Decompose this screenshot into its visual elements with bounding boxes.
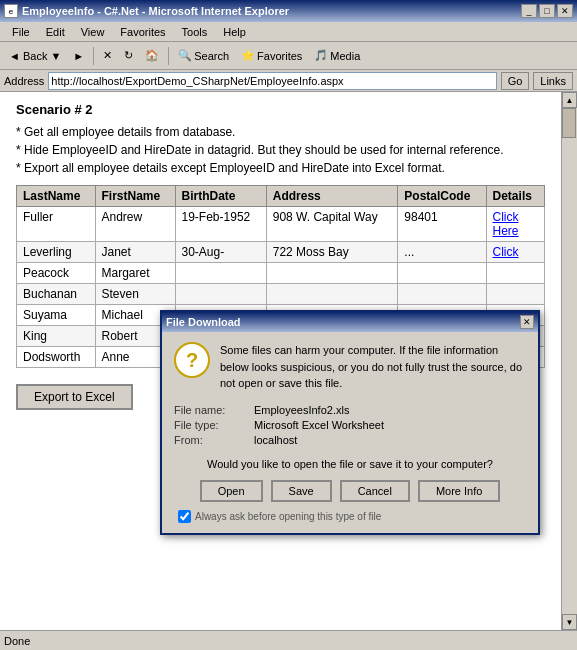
stop-button[interactable]: ✕ <box>98 45 117 67</box>
menu-file[interactable]: File <box>4 24 38 40</box>
title-bar: e EmployeeInfo - C#.Net - Microsoft Inte… <box>0 0 577 22</box>
cancel-button[interactable]: Cancel <box>340 480 410 502</box>
cell-postalcode: ... <box>398 242 486 263</box>
details-link-1[interactable]: ClickHere <box>493 210 519 238</box>
menu-favorites[interactable]: Favorites <box>112 24 173 40</box>
export-to-excel-button[interactable]: Export to Excel <box>16 384 133 410</box>
bullet-2: * Hide EmployeeID and HireDate in datagr… <box>16 141 545 159</box>
cell-lastname: Dodsworth <box>17 347 96 368</box>
modal-warning-text: Some files can harm your computer. If th… <box>220 342 526 392</box>
scroll-up-button[interactable]: ▲ <box>562 92 577 108</box>
always-ask-checkbox[interactable] <box>178 510 191 523</box>
modal-close-button[interactable]: ✕ <box>520 315 534 329</box>
bullet-3: * Export all employee details except Emp… <box>16 159 545 177</box>
col-details: Details <box>486 186 544 207</box>
modal-titlebar: File Download ✕ <box>162 312 538 332</box>
file-from-label: From: <box>174 434 254 446</box>
cell-birthdate <box>175 263 266 284</box>
modal-title: File Download <box>166 316 241 328</box>
col-birthdate: BirthDate <box>175 186 266 207</box>
open-button[interactable]: Open <box>200 480 263 502</box>
menu-edit[interactable]: Edit <box>38 24 73 40</box>
menu-tools[interactable]: Tools <box>174 24 216 40</box>
address-label: Address <box>4 75 44 87</box>
toolbar-separator2 <box>168 47 169 65</box>
cell-details: ClickHere <box>486 207 544 242</box>
scenario-title: Scenario # 2 <box>16 102 545 117</box>
minimize-button[interactable]: _ <box>521 4 537 18</box>
scenario-section: Scenario # 2 * Get all employee details … <box>16 102 545 177</box>
cell-firstname: Andrew <box>95 207 175 242</box>
maximize-button[interactable]: □ <box>539 4 555 18</box>
cell-birthdate <box>175 284 266 305</box>
search-button[interactable]: 🔍 Search <box>173 45 234 67</box>
table-row: Fuller Andrew 19-Feb-1952 908 W. Capital… <box>17 207 545 242</box>
favorites-button[interactable]: ⭐ Favorites <box>236 45 307 67</box>
file-name-value: EmployeesInfo2.xls <box>254 404 349 416</box>
links-button[interactable]: Links <box>533 72 573 90</box>
modal-question: Would you like to open the file or save … <box>174 458 526 470</box>
cell-postalcode <box>398 284 486 305</box>
file-type-label: File type: <box>174 419 254 431</box>
table-row: Peacock Margaret <box>17 263 545 284</box>
home-button[interactable]: 🏠 <box>140 45 164 67</box>
cell-firstname: Margaret <box>95 263 175 284</box>
cell-firstname: Janet <box>95 242 175 263</box>
cell-address <box>266 263 398 284</box>
menu-bar: File Edit View Favorites Tools Help <box>0 22 577 42</box>
cell-postalcode <box>398 263 486 284</box>
status-bar: Done <box>0 630 577 650</box>
scrollbar[interactable]: ▲ ▼ <box>561 92 577 630</box>
file-download-dialog: File Download ✕ ? Some files can harm yo… <box>160 310 540 535</box>
cell-details: Click <box>486 242 544 263</box>
scenario-bullets: * Get all employee details from database… <box>16 123 545 177</box>
menu-help[interactable]: Help <box>215 24 254 40</box>
file-type-value: Microsoft Excel Worksheet <box>254 419 384 431</box>
file-type-row: File type: Microsoft Excel Worksheet <box>174 419 526 431</box>
window-icon: e <box>4 4 18 18</box>
file-from-value: localhost <box>254 434 297 446</box>
bullet-1: * Get all employee details from database… <box>16 123 545 141</box>
cell-details <box>486 284 544 305</box>
save-button[interactable]: Save <box>271 480 332 502</box>
col-lastname: LastName <box>17 186 96 207</box>
cell-firstname: Steven <box>95 284 175 305</box>
checkbox-row: Always ask before opening this type of f… <box>174 510 526 523</box>
cell-lastname: Fuller <box>17 207 96 242</box>
refresh-button[interactable]: ↻ <box>119 45 138 67</box>
scroll-track[interactable] <box>562 108 577 614</box>
menu-view[interactable]: View <box>73 24 113 40</box>
cell-lastname: Peacock <box>17 263 96 284</box>
details-link-2[interactable]: Click <box>493 245 519 259</box>
address-input[interactable] <box>48 72 496 90</box>
cell-birthdate: 19-Feb-1952 <box>175 207 266 242</box>
forward-button[interactable]: ► <box>68 45 89 67</box>
table-row: Leverling Janet 30-Aug- 722 Moss Bay ...… <box>17 242 545 263</box>
cell-address: 722 Moss Bay <box>266 242 398 263</box>
col-firstname: FirstName <box>95 186 175 207</box>
cell-lastname: Buchanan <box>17 284 96 305</box>
back-button[interactable]: ◄ Back ▼ <box>4 45 66 67</box>
warning-icon: ? <box>174 342 210 378</box>
more-info-button[interactable]: More Info <box>418 480 500 502</box>
scroll-thumb[interactable] <box>562 108 576 138</box>
cell-lastname: Suyama <box>17 305 96 326</box>
always-ask-label: Always ask before opening this type of f… <box>195 511 381 522</box>
file-from-row: From: localhost <box>174 434 526 446</box>
modal-warning-section: ? Some files can harm your computer. If … <box>174 342 526 392</box>
go-button[interactable]: Go <box>501 72 530 90</box>
cell-postalcode: 98401 <box>398 207 486 242</box>
toolbar: ◄ Back ▼ ► ✕ ↻ 🏠 🔍 Search ⭐ Favorites 🎵 … <box>0 42 577 70</box>
file-name-row: File name: EmployeesInfo2.xls <box>174 404 526 416</box>
col-address: Address <box>266 186 398 207</box>
modal-body: ? Some files can harm your computer. If … <box>162 332 538 533</box>
cell-address: 908 W. Capital Way <box>266 207 398 242</box>
scroll-down-button[interactable]: ▼ <box>562 614 577 630</box>
toolbar-separator <box>93 47 94 65</box>
close-button[interactable]: ✕ <box>557 4 573 18</box>
cell-lastname: King <box>17 326 96 347</box>
file-details: File name: EmployeesInfo2.xls File type:… <box>174 404 526 446</box>
media-button[interactable]: 🎵 Media <box>309 45 365 67</box>
cell-details <box>486 263 544 284</box>
file-name-label: File name: <box>174 404 254 416</box>
